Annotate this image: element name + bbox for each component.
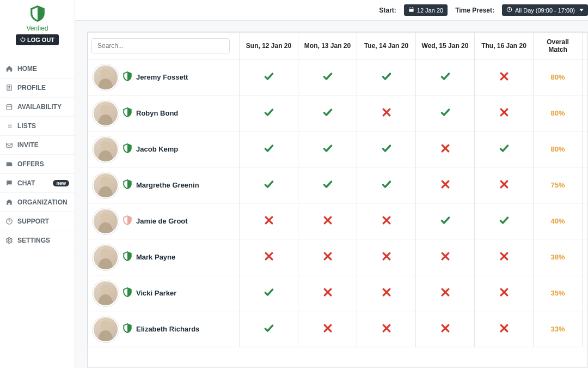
svg-point-5 — [8, 239, 10, 242]
availability-cell — [298, 59, 357, 95]
svg-rect-8 — [410, 7, 411, 8]
sidebar: Verified LOG OUT HOMEPROFILEAVAILABILITY… — [0, 0, 75, 368]
person-name: Mark Payne — [136, 253, 175, 261]
svg-rect-2 — [7, 105, 11, 110]
shield-icon — [123, 323, 132, 335]
availability-cell — [240, 239, 298, 275]
shield-icon — [123, 143, 132, 155]
sidebar-item-label: SETTINGS — [17, 237, 50, 244]
availability-cell — [357, 167, 416, 203]
sidebar-item-settings[interactable]: SETTINGS — [0, 231, 75, 250]
clock-icon — [506, 7, 512, 14]
power-icon — [20, 37, 26, 43]
sidebar-item-label: CHAT — [17, 179, 35, 187]
action-cell[interactable] — [583, 275, 589, 311]
cross-icon — [499, 255, 510, 263]
action-cell[interactable] — [583, 59, 589, 95]
avatar — [93, 208, 119, 234]
search-header — [88, 33, 240, 59]
cross-icon — [381, 219, 392, 227]
availability-cell — [240, 59, 298, 95]
topbar: Start: 12 Jan 20 Time Preset: All Day (0… — [75, 0, 588, 21]
availability-cell — [240, 275, 298, 311]
match-value: 80% — [550, 73, 565, 81]
availability-cell — [240, 95, 298, 131]
cross-icon — [499, 75, 510, 83]
sidebar-item-support[interactable]: SUPPORT — [0, 212, 75, 231]
main: Start: 12 Jan 20 Time Preset: All Day (0… — [75, 0, 588, 368]
sidebar-item-profile[interactable]: PROFILE — [0, 79, 75, 98]
person-cell[interactable]: Jeremy Fossett — [88, 59, 240, 95]
sidebar-item-offers[interactable]: OFFERS — [0, 155, 75, 174]
col-header[interactable]: Tue, 14 Jan 20 — [357, 33, 416, 59]
sidebar-item-label: HOME — [17, 65, 37, 73]
time-preset-value: All Day (09:00 - 17:00) — [515, 7, 575, 14]
col-header[interactable]: Wed, 15 Jan 20 — [416, 33, 475, 59]
availability-cell — [475, 95, 534, 131]
action-cell[interactable] — [583, 95, 589, 131]
home-icon — [5, 65, 13, 73]
table-row: Robyn Bond80% — [88, 95, 589, 131]
check-icon — [381, 147, 392, 155]
sidebar-item-organization[interactable]: ORGANIZATION — [0, 193, 75, 212]
person-cell[interactable]: Jacob Kemp — [88, 131, 240, 167]
person-cell[interactable]: Margrethe Greenin — [88, 167, 240, 203]
sidebar-item-availability[interactable]: AVAILABILITY — [0, 98, 75, 117]
search-input[interactable] — [91, 38, 230, 53]
col-header[interactable]: Mon, 13 Jan 20 — [298, 33, 357, 59]
cross-icon — [322, 291, 333, 299]
person-cell[interactable]: Elizabeth Richards — [88, 311, 240, 347]
table-row: Jacob Kemp80% — [88, 131, 589, 167]
cross-icon — [440, 255, 451, 263]
sidebar-item-label: SUPPORT — [17, 218, 49, 225]
match-cell: 33% — [534, 311, 583, 347]
shield-icon — [123, 179, 132, 191]
sidebar-nav: HOMEPROFILEAVAILABILITYLISTSINVITEOFFERS… — [0, 59, 75, 250]
action-cell[interactable] — [583, 239, 589, 275]
col-header-overall[interactable]: Overall Match — [534, 33, 583, 59]
availability-cell — [416, 203, 475, 239]
table-row: Mark Payne38% — [88, 239, 589, 275]
start-date-button[interactable]: 12 Jan 20 — [404, 4, 448, 16]
action-cell[interactable] — [583, 203, 589, 239]
action-cell[interactable] — [583, 131, 589, 167]
sidebar-item-label: ORGANIZATION — [17, 198, 68, 206]
person-cell[interactable]: Robyn Bond — [88, 95, 240, 131]
sidebar-item-lists[interactable]: LISTS — [0, 117, 75, 136]
availability-table: Sun, 12 Jan 20 Mon, 13 Jan 20 Tue, 14 Ja… — [88, 32, 588, 347]
verified-label: Verified — [0, 25, 75, 32]
availability-table-wrap: Sun, 12 Jan 20 Mon, 13 Jan 20 Tue, 14 Ja… — [87, 32, 588, 368]
check-icon — [322, 147, 333, 155]
availability-cell — [357, 275, 416, 311]
person-name: Robyn Bond — [136, 109, 178, 117]
availability-cell — [298, 167, 357, 203]
cross-icon — [264, 255, 274, 263]
badge-new: new — [53, 180, 69, 186]
check-icon — [499, 219, 510, 227]
sidebar-item-chat[interactable]: CHATnew — [0, 174, 75, 193]
sidebar-item-label: PROFILE — [17, 84, 46, 92]
verified-block: Verified LOG OUT — [0, 5, 75, 50]
sidebar-item-invite[interactable]: INVITE — [0, 136, 75, 155]
person-cell[interactable]: Jamie de Groot — [88, 203, 240, 239]
cross-icon — [264, 219, 274, 227]
svg-rect-9 — [412, 7, 413, 8]
action-cell[interactable] — [583, 311, 589, 347]
person-cell[interactable]: Vicki Parker — [88, 275, 240, 311]
check-icon — [381, 75, 392, 83]
availability-cell — [475, 239, 534, 275]
sidebar-item-home[interactable]: HOME — [0, 59, 75, 79]
sidebar-item-label: AVAILABILITY — [17, 103, 62, 111]
cross-icon — [499, 183, 510, 191]
col-header[interactable]: Thu, 16 Jan 20 — [475, 33, 534, 59]
cross-icon — [499, 291, 510, 299]
col-header[interactable]: Sun, 12 Jan 20 — [240, 33, 298, 59]
action-cell[interactable] — [583, 167, 589, 203]
time-preset-button[interactable]: All Day (09:00 - 17:00) — [502, 4, 588, 16]
availability-cell — [357, 311, 416, 347]
avatar — [93, 172, 119, 198]
person-cell[interactable]: Mark Payne — [88, 239, 240, 275]
logout-button[interactable]: LOG OUT — [16, 34, 59, 45]
cross-icon — [381, 255, 392, 263]
match-value: 80% — [550, 145, 565, 153]
